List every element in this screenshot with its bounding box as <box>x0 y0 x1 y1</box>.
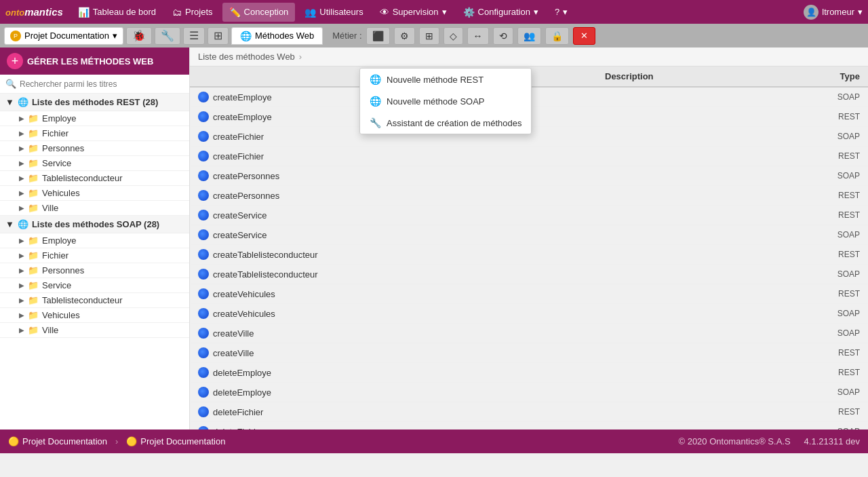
users-icon: 👥 <box>304 7 316 18</box>
search-box: 🔍 <box>0 75 189 94</box>
tree-item-soap-fichier[interactable]: ▶ 📁 Fichier <box>0 248 189 263</box>
bottom-project-icon-2: 🟡 <box>126 436 137 446</box>
method-globe-icon <box>198 347 209 358</box>
method-globe-icon <box>198 190 209 201</box>
user-menu[interactable]: 👤 ltromeur ▾ <box>804 5 863 20</box>
list-button[interactable]: ☰ <box>183 27 205 45</box>
folder-icon: 📁 <box>28 280 39 290</box>
metier-btn-4[interactable]: ◇ <box>443 27 463 45</box>
tree-item-rest-ville[interactable]: ▶ 📁 Ville <box>0 201 189 216</box>
metier-btn-8[interactable]: 🔒 <box>545 27 569 45</box>
tree-item-rest-employe[interactable]: ▶ 📁 Employe <box>0 111 189 126</box>
dropdown-new-rest[interactable]: 🌐 Nouvelle méthode REST <box>360 69 531 90</box>
description-cell <box>597 265 766 284</box>
method-name-cell: createService <box>190 206 597 225</box>
tool-button[interactable]: 🔧 <box>155 27 180 45</box>
table-row[interactable]: deleteEmploye REST <box>190 363 868 383</box>
add-method-dropdown: 🌐 Nouvelle méthode REST 🌐 Nouvelle métho… <box>359 68 532 134</box>
table-row[interactable]: createVille REST <box>190 343 868 363</box>
metier-btn-6[interactable]: ⟲ <box>493 27 513 45</box>
bug-button[interactable]: 🐞 <box>126 27 152 45</box>
nav-utilisateurs[interactable]: 👥 Utilisateurs <box>298 3 370 22</box>
type-cell: SOAP <box>766 324 868 343</box>
tree-item-rest-tablelisteconducteur[interactable]: ▶ 📁 Tablelisteconducteur <box>0 171 189 186</box>
bottom-bc-1[interactable]: 🟡 Projet Documentation <box>8 436 107 446</box>
type-cell: REST <box>766 343 868 363</box>
nav-tableau-de-bord[interactable]: 📊 Tableau de bord <box>71 3 163 22</box>
soap-group-header[interactable]: ▼ 🌐 Liste des méthodes SOAP (28) <box>0 216 189 233</box>
dropdown-new-soap[interactable]: 🌐 Nouvelle méthode SOAP <box>360 90 531 112</box>
tree-item-rest-service[interactable]: ▶ 📁 Service <box>0 156 189 171</box>
table-button[interactable]: ⊞ <box>208 27 229 45</box>
tree-item-soap-tablelisteconducteur[interactable]: ▶ 📁 Tablelisteconducteur <box>0 293 189 308</box>
folder-icon: 📁 <box>28 158 39 168</box>
type-cell: REST <box>766 186 868 206</box>
methodes-web-tab[interactable]: 🌐 Méthodes Web <box>231 27 323 45</box>
table-row[interactable]: createTablelisteconducteur SOAP <box>190 265 868 284</box>
assistant-tool-icon: 🔧 <box>370 117 381 128</box>
tree-item-soap-employe[interactable]: ▶ 📁 Employe <box>0 233 189 248</box>
table-row[interactable]: deleteFichier REST <box>190 402 868 422</box>
table-row[interactable]: createService SOAP <box>190 225 868 245</box>
nav-conception[interactable]: ✏️ Conception <box>222 3 296 22</box>
arrow-icon: ▶ <box>19 252 24 259</box>
type-cell: REST <box>766 206 868 225</box>
description-cell <box>597 245 766 265</box>
table-row[interactable]: createService REST <box>190 206 868 225</box>
nav-help[interactable]: ? ▾ <box>548 3 574 22</box>
method-name-cell: deleteEmploye <box>190 363 597 382</box>
metier-btn-1[interactable]: ⬛ <box>366 27 390 45</box>
metier-btn-5[interactable]: ↔ <box>467 27 489 45</box>
folder-icon: 📁 <box>28 188 39 198</box>
table-row[interactable]: createVehicules REST <box>190 284 868 304</box>
tree-item-rest-fichier[interactable]: ▶ 📁 Fichier <box>0 126 189 141</box>
new-rest-globe-icon: 🌐 <box>370 74 381 85</box>
table-row[interactable]: createVehicules SOAP <box>190 304 868 324</box>
type-cell: REST <box>766 245 868 265</box>
tree-container: ▼ 🌐 Liste des méthodes REST (28) ▶ 📁 Emp… <box>0 94 189 430</box>
arrow-icon: ▶ <box>19 189 24 197</box>
search-input[interactable] <box>20 79 184 89</box>
nav-supervision[interactable]: 👁 Supervision ▾ <box>373 3 454 22</box>
table-row[interactable]: deleteFichier SOAP <box>190 422 868 430</box>
col-description: Description <box>597 66 766 87</box>
dropdown-assistant[interactable]: 🔧 Assistant de création de méthodes <box>360 112 531 134</box>
metier-btn-3[interactable]: ⊞ <box>419 27 439 45</box>
bottom-separator-icon: › <box>115 436 118 446</box>
nav-projets[interactable]: 🗂 Projets <box>165 3 219 22</box>
table-row[interactable]: createPersonnes SOAP <box>190 166 868 186</box>
metier-btn-7[interactable]: 👥 <box>517 27 541 45</box>
metier-btn-2[interactable]: ⚙ <box>394 27 415 45</box>
close-tab-button[interactable]: ✕ <box>573 27 595 45</box>
project-selector[interactable]: P Projet Documentation ▾ <box>4 27 123 45</box>
table-row[interactable]: createTablelisteconducteur REST <box>190 245 868 265</box>
tree-item-soap-personnes[interactable]: ▶ 📁 Personnes <box>0 263 189 278</box>
bottom-right-info: © 2020 Ontomantics® S.A.S 4.1.21311 dev <box>678 436 860 446</box>
tree-item-soap-ville[interactable]: ▶ 📁 Ville <box>0 323 189 338</box>
collapse-soap-icon: ▼ <box>5 219 14 229</box>
rest-group-header[interactable]: ▼ 🌐 Liste des méthodes REST (28) <box>0 94 189 111</box>
nav-configuration[interactable]: ⚙️ Configuration ▾ <box>456 3 545 22</box>
arrow-icon: ▶ <box>19 115 24 122</box>
avatar: 👤 <box>804 5 818 20</box>
arrow-icon: ▶ <box>19 130 24 137</box>
tree-item-rest-personnes[interactable]: ▶ 📁 Personnes <box>0 141 189 156</box>
tree-item-soap-vehicules[interactable]: ▶ 📁 Vehicules <box>0 308 189 323</box>
tree-item-soap-service[interactable]: ▶ 📁 Service <box>0 278 189 293</box>
app-logo[interactable]: ontomantics <box>5 6 63 18</box>
supervision-icon: 👁 <box>380 7 389 18</box>
add-method-button[interactable]: + <box>7 53 23 69</box>
bottom-project-icon-1: 🟡 <box>8 436 19 446</box>
folder-icon: 📁 <box>28 295 39 305</box>
table-row[interactable]: createVille SOAP <box>190 324 868 343</box>
tree-item-rest-vehicules[interactable]: ▶ 📁 Vehicules <box>0 186 189 201</box>
table-row[interactable]: deleteEmploye SOAP <box>190 383 868 402</box>
bottom-bc-2[interactable]: 🟡 Projet Documentation <box>126 436 225 446</box>
method-globe-icon <box>198 387 209 398</box>
table-row[interactable]: createFichier REST <box>190 147 868 166</box>
second-navigation: P Projet Documentation ▾ 🐞 🔧 ☰ ⊞ 🌐 Métho… <box>0 24 868 47</box>
table-row[interactable]: createPersonnes REST <box>190 186 868 206</box>
supervision-arrow-icon: ▾ <box>442 7 447 17</box>
projects-icon: 🗂 <box>172 7 182 18</box>
method-name-cell: createTablelisteconducteur <box>190 245 597 264</box>
